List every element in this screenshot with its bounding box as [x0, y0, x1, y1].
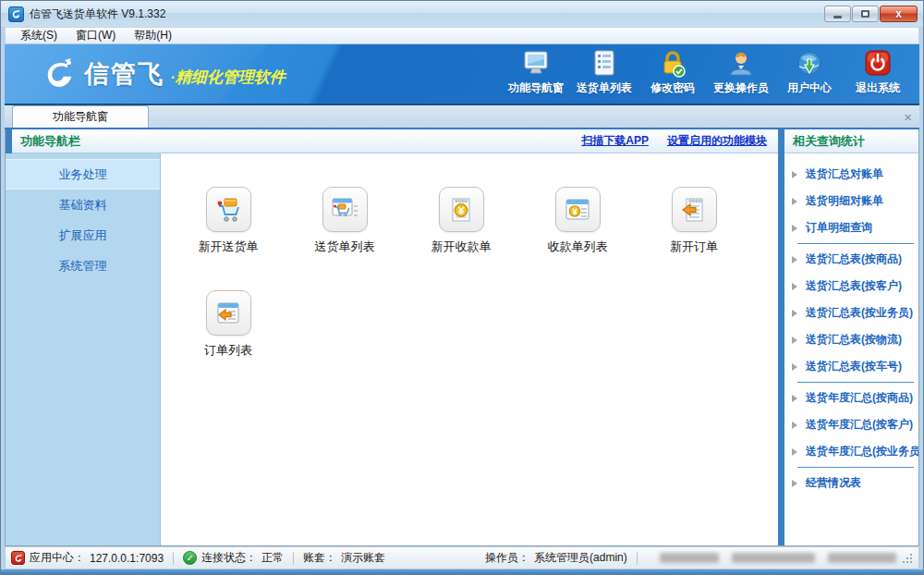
query-panel-title: 相关查询统计 — [793, 133, 865, 150]
operator-icon — [725, 49, 757, 79]
sidebar-item-extensions[interactable]: 扩展应用 — [6, 220, 160, 251]
toolbar-label: 功能导航窗 — [508, 80, 564, 96]
cart-list-icon[interactable] — [322, 187, 368, 232]
sidebar: 业务处理 基础资料 扩展应用 系统管理 — [6, 153, 161, 545]
order-new-icon[interactable] — [672, 187, 717, 232]
app-center-value: 127.0.0.1:7093 — [90, 552, 164, 565]
shortcut-new-order[interactable]: 新开订单 — [636, 187, 752, 290]
query-item-label: 送货汇总表(按车号) — [806, 359, 902, 374]
query-item-summary-by-customer[interactable]: 送货汇总表(按客户) — [784, 273, 918, 300]
menu-window[interactable]: 窗口(W) — [67, 27, 125, 44]
query-region: 相关查询统计 送货汇总对账单 送货明细对账单 订单明细查询 送货汇总表(按商品)… — [778, 129, 918, 545]
query-item-operating-report[interactable]: 经营情况表 — [784, 470, 918, 496]
triangle-icon — [792, 198, 797, 205]
status-account: 账套：演示账套 — [303, 550, 385, 566]
link-enable-modules[interactable]: 设置启用的功能模块 — [667, 133, 767, 149]
shortcut-receipt-list[interactable]: 收款单列表 — [519, 187, 636, 290]
query-item-summary-by-salesman[interactable]: 送货汇总表(按业务员) — [784, 300, 918, 326]
shortcut-order-list[interactable]: 订单列表 — [170, 290, 286, 394]
query-item-label: 送货汇总表(按商品) — [806, 251, 902, 267]
triangle-icon — [792, 310, 797, 317]
separator — [173, 552, 174, 565]
order-list-icon[interactable] — [206, 290, 251, 336]
query-item-annual-by-salesman[interactable]: 送货年度汇总(按业务员) — [784, 438, 918, 465]
link-download-app[interactable]: 扫描下载APP — [581, 133, 649, 149]
triangle-icon — [792, 422, 797, 429]
toolbar-delivery-list[interactable]: 送货单列表 — [570, 49, 638, 100]
query-item-delivery-detail-statement[interactable]: 送货明细对账单 — [784, 188, 918, 214]
maximize-button[interactable] — [852, 6, 879, 22]
toolbar-user-center[interactable]: 用户中心 — [775, 49, 844, 100]
triangle-icon — [792, 225, 797, 232]
shortcut-area: 新开送货单 — [161, 153, 778, 545]
triangle-icon — [792, 336, 797, 344]
connection-ok-icon: ✓ — [183, 551, 197, 565]
resize-grip[interactable] — [902, 553, 913, 564]
tab-nav-window[interactable]: 功能导航窗 — [12, 105, 149, 128]
sidebar-item-basedata[interactable]: 基础资料 — [6, 190, 160, 220]
query-item-order-detail-query[interactable]: 订单明细查询 — [784, 214, 918, 241]
minimize-icon — [833, 16, 842, 18]
status-app-center: 应用中心：127.0.0.1:7093 — [11, 550, 164, 566]
connection-value: 正常 — [261, 550, 284, 566]
query-item-label: 送货汇总表(按物流) — [806, 332, 902, 348]
brand-header: 信管飞 ·精细化管理软件 功能导航窗 — [5, 44, 919, 104]
sidebar-item-system[interactable]: 系统管理 — [6, 251, 160, 281]
sidebar-item-business[interactable]: 业务处理 — [6, 159, 160, 190]
toolbar-nav-window[interactable]: 功能导航窗 — [502, 49, 570, 100]
brand-tagline: ·精细化管理软件 — [170, 67, 286, 88]
triangle-icon — [792, 256, 797, 263]
header-toolbar: 功能导航窗 送货单列表 — [502, 49, 919, 100]
account-value: 演示账套 — [341, 550, 385, 566]
power-icon — [862, 49, 894, 79]
shortcut-delivery-list[interactable]: 送货单列表 — [286, 187, 403, 290]
separator — [637, 552, 638, 565]
query-item-annual-by-product[interactable]: 送货年度汇总(按商品) — [784, 385, 918, 411]
shortcut-label: 收款单列表 — [548, 239, 608, 255]
triangle-icon — [792, 448, 797, 456]
toolbar-exit-system[interactable]: 退出系统 — [844, 49, 912, 100]
tab-close-icon[interactable]: × — [904, 110, 912, 124]
receipt-new-icon[interactable] — [439, 187, 484, 232]
app-center-label: 应用中心： — [30, 550, 85, 566]
query-item-annual-by-customer[interactable]: 送货年度汇总(按客户) — [784, 411, 918, 438]
query-item-label: 经营情况表 — [806, 475, 861, 491]
query-item-summary-by-vehicle[interactable]: 送货汇总表(按车号) — [784, 353, 918, 380]
query-item-label: 送货明细对账单 — [806, 193, 883, 209]
window-bottom-frame — [1, 569, 923, 574]
status-bar: 应用中心：127.0.0.1:7093 ✓ 连接状态：正常 账套：演示账套 操作… — [5, 546, 919, 569]
monitor-icon — [520, 49, 552, 79]
cart-new-icon[interactable] — [206, 187, 251, 232]
close-icon: x — [895, 8, 902, 19]
divider — [797, 243, 914, 244]
brand: 信管飞 ·精细化管理软件 — [42, 56, 286, 92]
query-item-delivery-summary-statement[interactable]: 送货汇总对账单 — [784, 161, 918, 188]
close-button[interactable]: x — [880, 6, 918, 22]
query-item-label: 送货年度汇总(按商品) — [806, 390, 913, 406]
redacted-info — [660, 553, 896, 563]
operator-label: 操作员： — [485, 550, 529, 566]
brand-name: 信管飞 — [84, 57, 164, 91]
brand-logo-icon — [42, 56, 77, 92]
query-item-summary-by-product[interactable]: 送货汇总表(按商品) — [784, 246, 918, 273]
query-item-summary-by-logistics[interactable]: 送货汇总表(按物流) — [784, 326, 918, 353]
status-operator: 操作员：系统管理员(admin) — [485, 550, 627, 566]
receipt-list-icon[interactable] — [555, 187, 601, 232]
query-item-label: 送货汇总表(按业务员) — [806, 305, 913, 321]
minimize-button[interactable] — [824, 6, 851, 22]
shortcut-new-receipt[interactable]: 新开收款单 — [403, 187, 519, 290]
toolbar-label: 用户中心 — [787, 80, 832, 96]
query-region-header: 相关查询统计 — [784, 129, 918, 153]
menu-help[interactable]: 帮助(H) — [125, 27, 181, 44]
globe-icon — [794, 49, 825, 79]
title-bar: 信管飞送货单软件 V9.1.332 x — [1, 1, 923, 27]
shortcut-new-delivery[interactable]: 新开送货单 — [170, 187, 286, 290]
query-item-label: 送货汇总表(按客户) — [806, 278, 902, 294]
menu-system[interactable]: 系统(S) — [11, 27, 67, 44]
toolbar-change-password[interactable]: 修改密码 — [638, 49, 707, 100]
query-item-label: 送货汇总对账单 — [806, 166, 883, 182]
toolbar-label: 修改密码 — [650, 80, 695, 96]
toolbar-label: 送货单列表 — [577, 80, 632, 96]
toolbar-change-operator[interactable]: 更换操作员 — [707, 49, 775, 100]
triangle-icon — [792, 171, 797, 178]
